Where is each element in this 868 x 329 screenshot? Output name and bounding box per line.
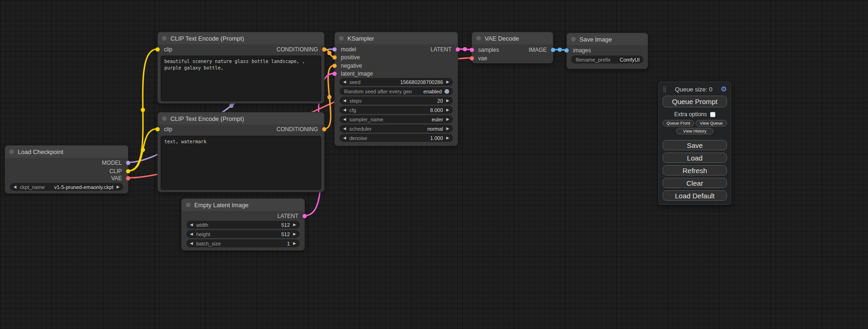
- prompt-textarea[interactable]: text, watermark: [161, 136, 321, 190]
- node-save-image[interactable]: Save Image images filename_prefix ComfyU…: [566, 33, 648, 69]
- collapse-dot-icon[interactable]: [9, 149, 14, 154]
- decrement-arrow-icon[interactable]: ◀: [190, 232, 193, 236]
- random-seed-widget[interactable]: Random seed after every gen enabled: [339, 87, 453, 95]
- input-dot-clip[interactable]: [155, 127, 160, 132]
- decrement-arrow-icon[interactable]: ◀: [343, 108, 346, 112]
- batch-size-widget[interactable]: ◀ batch_size 1 ▶: [186, 239, 300, 247]
- increment-arrow-icon[interactable]: ▶: [293, 223, 296, 227]
- collapse-dot-icon[interactable]: [571, 37, 576, 42]
- cfg-widget[interactable]: ◀ cfg 8.000 ▶: [339, 106, 453, 114]
- extra-options-checkbox[interactable]: [710, 112, 715, 117]
- sampler-name-widget[interactable]: ◀ sampler_name euler ▶: [339, 115, 453, 123]
- output-dot-vae[interactable]: [126, 176, 130, 181]
- seed-widget[interactable]: ◀ seed 156680208700286 ▶: [339, 78, 453, 86]
- comfy-menu-panel[interactable]: ⣿ Queue size: 0 ⚙ Queue Prompt Extra opt…: [658, 82, 731, 205]
- output-dot-model[interactable]: [126, 161, 130, 165]
- widget-name: batch_size: [196, 241, 221, 246]
- queue-front-button[interactable]: Queue Front: [663, 120, 694, 126]
- steps-widget[interactable]: ◀ steps 20 ▶: [339, 97, 453, 105]
- node-vae-decode[interactable]: VAE Decode samples vae IMAGE: [472, 32, 553, 63]
- increment-arrow-icon[interactable]: ▶: [446, 80, 449, 84]
- decrement-arrow-icon[interactable]: ◀: [343, 136, 346, 140]
- refresh-button[interactable]: Refresh: [663, 165, 727, 175]
- load-button[interactable]: Load: [663, 153, 727, 163]
- clear-button[interactable]: Clear: [663, 178, 727, 188]
- collapse-dot-icon[interactable]: [476, 36, 481, 41]
- output-dot-latent[interactable]: [303, 214, 307, 218]
- increment-arrow-icon[interactable]: ▶: [117, 185, 120, 189]
- node-clip-text-encode-negative[interactable]: CLIP Text Encode (Prompt) clip CONDITION…: [157, 112, 325, 192]
- settings-gear-icon[interactable]: ⚙: [721, 85, 727, 93]
- slot-label: VAE: [111, 175, 122, 182]
- decrement-arrow-icon[interactable]: ◀: [343, 80, 346, 84]
- collapse-dot-icon[interactable]: [162, 36, 167, 41]
- height-widget[interactable]: ◀ height 512 ▶: [186, 230, 300, 238]
- node-ksampler[interactable]: KSampler model positive negative latent_…: [334, 32, 458, 146]
- decrement-arrow-icon[interactable]: ◀: [343, 99, 346, 103]
- view-queue-button[interactable]: View Queue: [696, 120, 727, 126]
- output-dot-conditioning[interactable]: [322, 48, 326, 52]
- increment-arrow-icon[interactable]: ▶: [446, 118, 449, 121]
- widget-name: width: [196, 222, 208, 228]
- input-dot-clip[interactable]: [155, 48, 160, 52]
- extra-options-label: Extra options: [674, 111, 707, 118]
- width-widget[interactable]: ◀ width 512 ▶: [186, 221, 300, 229]
- drag-handle-icon[interactable]: ⣿: [663, 86, 667, 92]
- increment-arrow-icon[interactable]: ▶: [446, 99, 449, 103]
- save-button[interactable]: Save: [663, 140, 727, 150]
- collapse-dot-icon[interactable]: [162, 116, 167, 121]
- input-dot-model[interactable]: [332, 48, 337, 52]
- increment-arrow-icon[interactable]: ▶: [446, 127, 449, 131]
- ckpt-name-widget[interactable]: ◀ ckpt_name v1-5-pruned-emaonly.ckpt ▶: [10, 183, 123, 191]
- output-slot-model: MODEL: [102, 159, 128, 167]
- slot-label: vae: [478, 55, 487, 62]
- node-load-checkpoint[interactable]: Load Checkpoint MODEL CLIP VAE ◀ ckpt_na…: [5, 145, 128, 194]
- node-empty-latent-image[interactable]: Empty Latent Image LATENT ◀ width 512 ▶ …: [181, 198, 305, 251]
- decrement-arrow-icon[interactable]: ◀: [343, 118, 346, 121]
- node-title-bar[interactable]: KSampler: [335, 32, 458, 44]
- history-row: View History: [663, 128, 727, 134]
- node-clip-text-encode-positive[interactable]: CLIP Text Encode (Prompt) clip CONDITION…: [157, 32, 325, 104]
- filename-prefix-widget[interactable]: filename_prefix ComfyUI: [571, 56, 643, 63]
- increment-arrow-icon[interactable]: ▶: [293, 232, 296, 236]
- node-title-bar[interactable]: CLIP Text Encode (Prompt): [158, 112, 324, 125]
- slot-label: negative: [341, 63, 362, 69]
- widget-value: 20: [438, 98, 443, 104]
- decrement-arrow-icon[interactable]: ◀: [343, 127, 346, 131]
- view-history-button[interactable]: View History: [676, 128, 713, 134]
- slot-label: clip: [164, 126, 172, 133]
- input-slot-clip: clip: [158, 125, 172, 133]
- graph-canvas[interactable]: { "colors": { "model": "#b39ddb", "clip"…: [0, 0, 868, 329]
- node-title-bar[interactable]: VAE Decode: [472, 32, 553, 44]
- load-default-button[interactable]: Load Default: [663, 190, 727, 201]
- increment-arrow-icon[interactable]: ▶: [446, 136, 449, 140]
- decrement-arrow-icon[interactable]: ◀: [14, 185, 16, 189]
- toggle-dot[interactable]: [445, 89, 449, 94]
- widget-value: 512: [281, 222, 289, 228]
- increment-arrow-icon[interactable]: ▶: [293, 242, 296, 245]
- denoise-widget[interactable]: ◀ denoise 1.000 ▶: [339, 134, 453, 142]
- queue-prompt-button[interactable]: Queue Prompt: [663, 96, 727, 107]
- collapse-dot-icon[interactable]: [339, 36, 344, 41]
- input-dot-latent-image[interactable]: [332, 72, 337, 76]
- node-title-bar[interactable]: Load Checkpoint: [5, 146, 128, 158]
- increment-arrow-icon[interactable]: ▶: [446, 108, 449, 112]
- scheduler-widget[interactable]: ◀ scheduler normal ▶: [339, 125, 453, 133]
- prompt-textarea[interactable]: beautiful scenery nature glass bottle la…: [161, 56, 321, 101]
- node-title-bar[interactable]: Save Image: [567, 33, 648, 45]
- input-dot-negative[interactable]: [332, 64, 337, 68]
- output-dot-latent[interactable]: [456, 48, 460, 52]
- decrement-arrow-icon[interactable]: ◀: [190, 223, 193, 227]
- output-dot-conditioning[interactable]: [322, 127, 326, 132]
- input-dot-vae[interactable]: [470, 56, 474, 61]
- input-dot-positive[interactable]: [332, 56, 337, 60]
- collapse-dot-icon[interactable]: [186, 203, 191, 207]
- input-slot-negative: negative: [335, 62, 362, 70]
- output-dot-image[interactable]: [551, 48, 555, 52]
- output-dot-clip[interactable]: [126, 169, 130, 174]
- decrement-arrow-icon[interactable]: ◀: [190, 242, 193, 245]
- input-dot-samples[interactable]: [470, 48, 474, 52]
- input-dot-images[interactable]: [565, 49, 569, 53]
- node-title-bar[interactable]: Empty Latent Image: [182, 199, 304, 211]
- node-title-bar[interactable]: CLIP Text Encode (Prompt): [158, 32, 324, 44]
